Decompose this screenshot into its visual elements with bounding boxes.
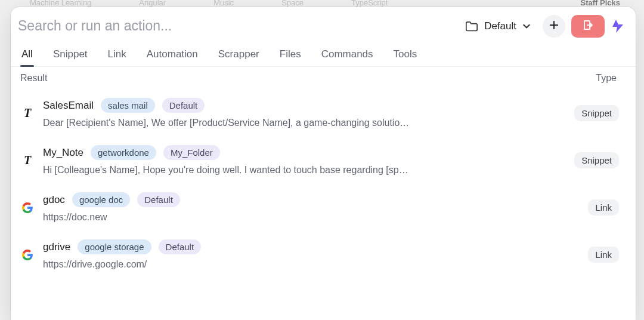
text-icon: T: [20, 106, 35, 121]
row-content: My_Note getworkdone My_Folder Hi [Collea…: [43, 145, 566, 176]
row-content: gdrive google storage Default https://dr…: [43, 239, 580, 270]
bg-tab: Angular: [139, 0, 166, 7]
background-nav: Machine Learning Angular Music Space Typ…: [0, 0, 644, 7]
result-row[interactable]: gdrive google storage Default https://dr…: [11, 231, 632, 278]
row-tag: getworkdone: [91, 145, 156, 160]
row-tag: sales mail: [101, 98, 155, 113]
folder-label: Default: [484, 20, 516, 32]
row-folder: Default: [137, 192, 180, 207]
row-title: My_Note: [43, 147, 83, 159]
chevron-down-icon: [522, 22, 531, 30]
google-icon: [20, 248, 35, 262]
folder-select[interactable]: Default: [459, 17, 537, 36]
row-title: SalesEmail: [43, 100, 94, 112]
app-logo[interactable]: [611, 18, 625, 35]
plus-icon: [549, 20, 559, 33]
results-list[interactable]: T SalesEmail sales mail Default Dear [Re…: [11, 90, 636, 320]
add-button[interactable]: [543, 15, 565, 38]
row-desc: https://doc.new: [43, 212, 425, 223]
row-type: Link: [588, 247, 619, 263]
search-input[interactable]: [18, 14, 453, 38]
folder-icon: [465, 21, 478, 32]
header-result: Result: [20, 73, 47, 84]
row-type: Link: [588, 199, 619, 216]
row-type: Snippet: [574, 105, 619, 121]
result-row[interactable]: T SalesEmail sales mail Default Dear [Re…: [11, 90, 632, 137]
row-title: gdoc: [43, 194, 65, 206]
row-title: gdrive: [43, 241, 70, 253]
tab-link[interactable]: Link: [107, 44, 128, 66]
row-desc: Dear [Recipient's Name], We offer [Produ…: [43, 118, 425, 128]
filter-tabs: All Snippet Link Automation Scrapper Fil…: [11, 44, 636, 67]
list-header: Result Type: [11, 67, 636, 90]
tab-tools[interactable]: Tools: [392, 44, 419, 66]
exit-button[interactable]: [571, 15, 605, 38]
command-palette: Default: [11, 7, 636, 320]
exit-icon: [582, 20, 594, 33]
row-content: SalesEmail sales mail Default Dear [Reci…: [43, 98, 566, 128]
tab-files[interactable]: Files: [278, 44, 302, 66]
tab-all[interactable]: All: [20, 44, 34, 66]
text-icon: T: [20, 153, 35, 168]
tab-scrapper[interactable]: Scrapper: [217, 44, 261, 66]
result-row[interactable]: gdoc google doc Default https://doc.new …: [11, 184, 632, 231]
bg-tab: TypeScript: [351, 0, 388, 7]
tab-automation[interactable]: Automation: [145, 44, 199, 66]
row-folder: Default: [159, 239, 202, 254]
row-tag: google doc: [72, 192, 130, 207]
header-type: Type: [596, 73, 617, 84]
row-desc: https://drive.google.com/: [43, 259, 425, 270]
google-icon: [20, 201, 35, 215]
result-row[interactable]: T My_Note getworkdone My_Folder Hi [Coll…: [11, 137, 632, 184]
bg-tab: Staff Picks: [581, 0, 620, 7]
bg-tab: Machine Learning: [30, 0, 91, 7]
row-content: gdoc google doc Default https://doc.new: [43, 192, 580, 223]
bg-tab: Music: [213, 0, 234, 7]
header: Default: [11, 7, 636, 44]
tab-commands[interactable]: Commands: [320, 44, 374, 66]
row-type: Snippet: [574, 152, 619, 168]
tab-snippet[interactable]: Snippet: [52, 44, 89, 66]
row-folder: My_Folder: [163, 145, 220, 160]
row-tag: google storage: [78, 239, 151, 254]
bg-tab: Space: [281, 0, 304, 7]
row-desc: Hi [Colleague's Name], Hope you're doing…: [43, 165, 425, 176]
row-folder: Default: [162, 98, 205, 113]
